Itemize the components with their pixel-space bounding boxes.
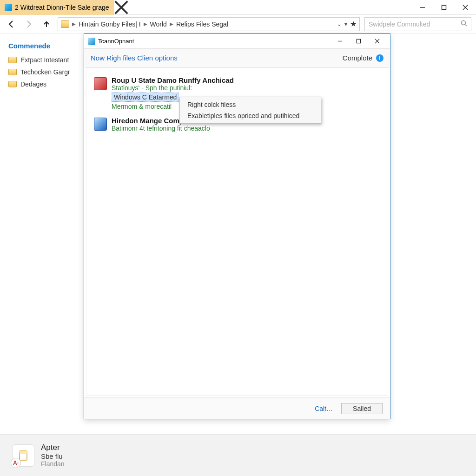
arrow-up-icon <box>42 20 51 28</box>
favorite-icon[interactable]: ★ <box>350 20 357 28</box>
context-menu-item[interactable]: Right colck filess <box>180 99 321 110</box>
svg-rect-0 <box>442 5 446 9</box>
task-title: Apter <box>41 443 65 452</box>
sidebar-item-label: Extpact Intestant <box>20 56 69 64</box>
sidebar-item[interactable]: Extpact Intestant <box>8 56 84 64</box>
dialog-maximize-button[interactable] <box>349 34 368 49</box>
breadcrumb-segment[interactable]: Hintain Gonby Files| I <box>79 20 141 28</box>
svg-point-1 <box>462 21 466 25</box>
dialog-footer-link[interactable]: Calt… <box>315 405 333 412</box>
arrow-right-icon <box>25 20 33 28</box>
task-subtitle: Sbe flu <box>41 452 65 460</box>
entry-icon <box>94 77 107 90</box>
minimize-icon <box>420 5 425 10</box>
breadcrumb-segment[interactable]: Relips Files Segal <box>176 20 228 28</box>
entry-selected-text[interactable]: Windows C Eatarmed <box>112 93 179 102</box>
close-icon <box>463 5 468 10</box>
dialog-footer-button[interactable]: Salled <box>341 403 383 414</box>
dialog-window: TcannOpnant Now Righ files Clien options… <box>84 33 390 419</box>
task-panel: A· Apter Sbe flu Flandan <box>0 434 476 476</box>
chevron-down-icon: ⌄ <box>337 21 342 27</box>
dialog-body: Roup U State Damo Runffy Anchicad Statlo… <box>86 67 388 396</box>
search-icon <box>461 20 467 28</box>
minimize-icon <box>337 39 343 44</box>
dialog-header-link[interactable]: Now Righ files Clien options <box>91 54 178 62</box>
sidebar-item-label: Dedages <box>20 80 46 88</box>
address-bar[interactable]: ▶ Hintain Gonby Files| I ▶ World ▶ Relip… <box>58 17 360 31</box>
dialog-minimize-button[interactable] <box>331 34 349 49</box>
sidebar-item[interactable]: Techocken Gargr <box>8 68 84 76</box>
entry-subtitle: Statlouys' - Sph the putiniul: <box>112 84 380 92</box>
context-menu-item[interactable]: Exabletiples files opriced and putihiced <box>180 110 321 121</box>
entry-icon <box>94 118 107 131</box>
tab-close-button[interactable] <box>114 0 129 15</box>
dialog-title: TcannOpnant <box>98 38 134 45</box>
nav-back-button[interactable] <box>5 18 18 31</box>
tab-title: 2 Witdreat Dionn-Tile Sale grage <box>15 4 109 11</box>
info-icon[interactable]: i <box>376 54 383 62</box>
chevron-right-icon: ▶ <box>144 21 147 26</box>
dialog-header: Now Righ files Clien options Complote i <box>84 49 390 67</box>
maximize-icon <box>441 5 447 10</box>
navigation-bar: ▶ Hintain Gonby Files| I ▶ World ▶ Relip… <box>0 15 476 33</box>
sidebar-item[interactable]: Dedages <box>8 80 84 88</box>
search-input[interactable]: Swidpele Commulted <box>364 17 471 31</box>
arrow-left-icon <box>7 20 15 28</box>
folder-icon <box>8 69 17 75</box>
dialog-icon <box>88 38 95 45</box>
folder-icon <box>61 20 69 28</box>
task-app-icon[interactable]: A· <box>12 444 34 467</box>
folder-icon <box>8 81 17 87</box>
window-controls <box>412 0 476 15</box>
chevron-right-icon: ▶ <box>170 21 173 26</box>
task-meta: Flandan <box>41 460 65 468</box>
window-title-bar: 2 Witdreat Dionn-Tile Sale grage <box>0 0 476 15</box>
search-placeholder: Swidpele Commulted <box>369 20 430 28</box>
dialog-footer: Calt… Salled <box>84 397 390 419</box>
nav-up-button[interactable] <box>40 18 53 31</box>
address-dropdown[interactable]: ⌄ ▾ ★ <box>337 20 357 28</box>
dialog-close-button[interactable] <box>368 34 386 49</box>
svg-rect-2 <box>357 39 360 43</box>
chevron-right-icon: ▶ <box>72 21 76 26</box>
window-tab[interactable]: 2 Witdreat Dionn-Tile Sale grage <box>0 0 114 15</box>
nav-forward-button[interactable] <box>22 18 35 31</box>
close-button[interactable] <box>455 0 476 15</box>
maximize-icon <box>356 39 361 44</box>
folder-icon <box>8 57 17 63</box>
maximize-button[interactable] <box>433 0 455 15</box>
sidebar-heading[interactable]: Commenede <box>8 42 84 50</box>
sidebar-item-label: Techocken Gargr <box>20 68 70 76</box>
sidebar: Commenede Extpact Intestant Techocken Ga… <box>0 33 84 434</box>
task-badge: A· <box>11 458 21 468</box>
dialog-header-status: Complote <box>343 54 372 62</box>
tab-icon <box>5 4 12 11</box>
chevron-down-icon: ▾ <box>344 21 347 27</box>
close-icon <box>114 0 129 15</box>
context-menu: Right colck filess Exabletiples files op… <box>179 97 321 124</box>
entry-title: Roup U State Damo Runffy Anchicad <box>112 76 380 84</box>
breadcrumb-segment[interactable]: World <box>150 20 167 28</box>
close-icon <box>375 39 380 44</box>
entry-subtitle: Batimonr 4t tefritoning fit cheaaclo <box>112 125 380 132</box>
dialog-title-bar[interactable]: TcannOpnant <box>84 34 390 49</box>
minimize-button[interactable] <box>412 0 433 15</box>
svg-rect-4 <box>20 451 27 454</box>
